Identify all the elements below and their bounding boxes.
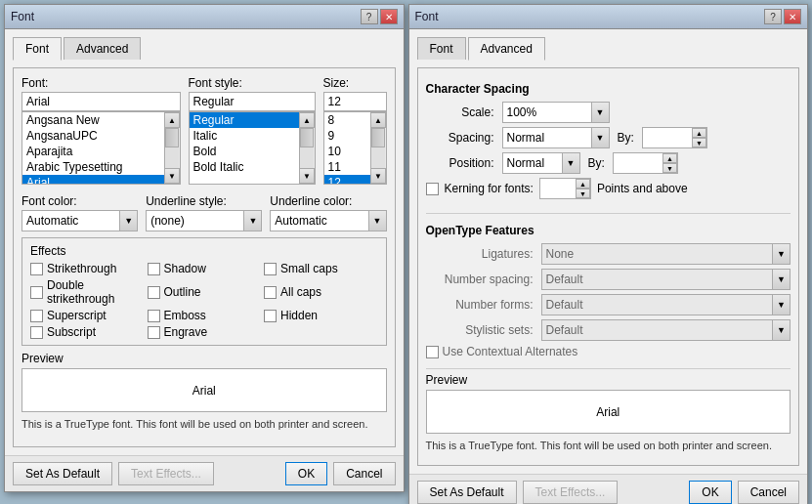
scroll-thumb[interactable] <box>371 128 385 147</box>
right-position-by-input[interactable]: ▲ ▼ <box>613 152 678 174</box>
engrave-checkbox[interactable] <box>148 326 160 339</box>
right-stylistic-sets-value: Default <box>542 320 773 340</box>
right-kerning-value[interactable] <box>540 179 576 198</box>
scroll-thumb[interactable] <box>165 128 179 147</box>
right-ligatures-arrow[interactable]: ▼ <box>772 244 790 264</box>
scroll-down-btn[interactable]: ▼ <box>299 168 315 184</box>
left-help-button[interactable]: ? <box>361 9 378 24</box>
hidden-checkbox[interactable] <box>264 310 277 322</box>
scroll-track[interactable] <box>371 128 385 168</box>
allcaps-checkbox[interactable] <box>264 286 277 299</box>
right-tab-advanced[interactable]: Advanced <box>468 37 545 61</box>
right-ok-button[interactable]: OK <box>689 481 731 504</box>
right-scale-arrow[interactable]: ▼ <box>591 103 609 122</box>
list-item[interactable]: Angsana New <box>22 112 164 128</box>
right-spacing-by-value[interactable] <box>643 128 692 147</box>
list-item[interactable]: 10 <box>324 144 370 159</box>
scroll-thumb[interactable] <box>300 128 314 147</box>
right-spacing-spin-down[interactable]: ▼ <box>692 138 706 147</box>
right-ligatures-dropdown[interactable]: None ▼ <box>541 243 791 265</box>
right-close-button[interactable]: ✕ <box>784 9 801 24</box>
double-strikethrough-checkbox[interactable] <box>30 286 43 299</box>
list-item[interactable]: AngsanaUPC <box>22 128 164 144</box>
right-number-forms-dropdown[interactable]: Default ▼ <box>541 294 791 315</box>
scroll-up-btn[interactable]: ▲ <box>299 112 315 128</box>
left-style-scrollbar[interactable]: ▲ ▼ <box>299 112 315 184</box>
left-text-effects-button[interactable]: Text Effects... <box>118 462 214 485</box>
right-kerning-input-group[interactable]: ▲ ▼ <box>539 178 591 199</box>
left-underline-color-dropdown[interactable]: Automatic ▼ <box>270 210 386 231</box>
right-position-arrow[interactable]: ▼ <box>562 153 579 173</box>
right-stylistic-sets-arrow[interactable]: ▼ <box>772 320 790 340</box>
right-spacing-spin-up[interactable]: ▲ <box>692 128 706 138</box>
left-font-scrollbar[interactable]: ▲ ▼ <box>164 112 180 184</box>
strikethrough-checkbox[interactable] <box>30 263 43 275</box>
right-kerning-checkbox[interactable] <box>426 183 439 195</box>
list-item[interactable]: 9 <box>324 128 370 144</box>
left-underline-color-arrow[interactable]: ▼ <box>368 211 386 231</box>
list-item[interactable]: Aparajita <box>22 144 164 159</box>
shadow-checkbox[interactable] <box>148 263 160 275</box>
outline-checkbox[interactable] <box>148 286 160 299</box>
left-size-scrollbar[interactable]: ▲ ▼ <box>370 112 386 184</box>
left-close-button[interactable]: ✕ <box>380 9 398 24</box>
left-set-default-button[interactable]: Set As Default <box>13 462 112 485</box>
right-position-by-value[interactable] <box>614 153 662 173</box>
right-spacing-dropdown[interactable]: Normal ▼ <box>502 127 610 148</box>
left-style-input[interactable] <box>189 92 316 111</box>
list-item[interactable]: 8 <box>324 112 370 128</box>
list-item[interactable]: Arabic Typesetting <box>22 159 164 175</box>
left-font-color-dropdown[interactable]: Automatic ▼ <box>21 210 138 231</box>
right-scale-label: Scale: <box>426 105 494 119</box>
list-item-selected[interactable]: 12 <box>324 175 370 184</box>
right-scale-dropdown[interactable]: 100% ▼ <box>502 102 610 123</box>
list-item-selected[interactable]: Regular <box>190 112 299 128</box>
left-effect-double-strikethrough: Double strikethrough <box>30 278 145 306</box>
right-number-forms-arrow[interactable]: ▼ <box>772 295 790 315</box>
left-size-list[interactable]: 8 9 10 11 12 <box>324 112 370 184</box>
right-number-spacing-arrow[interactable]: ▼ <box>772 270 790 289</box>
list-item[interactable]: Bold Italic <box>190 159 299 175</box>
scroll-track[interactable] <box>165 128 179 168</box>
left-size-input[interactable] <box>323 92 387 111</box>
subscript-checkbox[interactable] <box>30 326 43 339</box>
left-tab-font[interactable]: Font <box>13 37 62 61</box>
emboss-checkbox[interactable] <box>148 310 160 322</box>
list-item[interactable]: Italic <box>190 128 299 144</box>
right-kerning-spin-up[interactable]: ▲ <box>576 179 590 189</box>
left-preview-section: Preview Arial <box>21 352 387 412</box>
superscript-checkbox[interactable] <box>30 310 43 322</box>
left-cancel-button[interactable]: Cancel <box>333 462 395 485</box>
right-position-dropdown[interactable]: Normal ▼ <box>502 152 580 174</box>
right-kerning-spin-down[interactable]: ▼ <box>576 189 590 198</box>
list-item[interactable]: 11 <box>324 159 370 175</box>
smallcaps-checkbox[interactable] <box>264 263 277 275</box>
left-tab-advanced[interactable]: Advanced <box>64 37 141 60</box>
left-underline-style-arrow[interactable]: ▼ <box>243 211 261 231</box>
left-ok-button[interactable]: OK <box>285 462 327 485</box>
scroll-up-btn[interactable]: ▲ <box>370 112 386 128</box>
right-position-spin-up[interactable]: ▲ <box>662 153 677 163</box>
right-tab-font[interactable]: Font <box>417 37 466 60</box>
list-item[interactable]: Bold <box>190 144 299 159</box>
left-font-list[interactable]: Angsana New AngsanaUPC Aparajita Arabic … <box>22 112 164 184</box>
scroll-up-btn[interactable]: ▲ <box>164 112 180 128</box>
scroll-down-btn[interactable]: ▼ <box>164 168 180 184</box>
left-font-color-arrow[interactable]: ▼ <box>119 211 137 231</box>
right-number-spacing-dropdown[interactable]: Default ▼ <box>541 269 791 290</box>
right-set-default-button[interactable]: Set As Default <box>417 481 517 504</box>
right-stylistic-sets-dropdown[interactable]: Default ▼ <box>541 319 791 341</box>
list-item-selected[interactable]: Arial <box>22 175 164 184</box>
right-spacing-by-input[interactable]: ▲ ▼ <box>642 127 707 148</box>
left-font-input[interactable] <box>21 92 181 111</box>
scroll-track[interactable] <box>300 128 314 168</box>
right-spacing-arrow[interactable]: ▼ <box>591 128 609 147</box>
left-underline-style-dropdown[interactable]: (none) ▼ <box>146 210 262 231</box>
right-use-contextual-checkbox[interactable] <box>426 346 439 358</box>
left-style-list[interactable]: Regular Italic Bold Bold Italic <box>190 112 299 184</box>
right-help-button[interactable]: ? <box>764 9 782 24</box>
right-cancel-button[interactable]: Cancel <box>738 481 799 504</box>
scroll-down-btn[interactable]: ▼ <box>370 168 386 184</box>
right-position-spin-down[interactable]: ▼ <box>662 163 677 173</box>
right-text-effects-button[interactable]: Text Effects... <box>523 481 619 504</box>
